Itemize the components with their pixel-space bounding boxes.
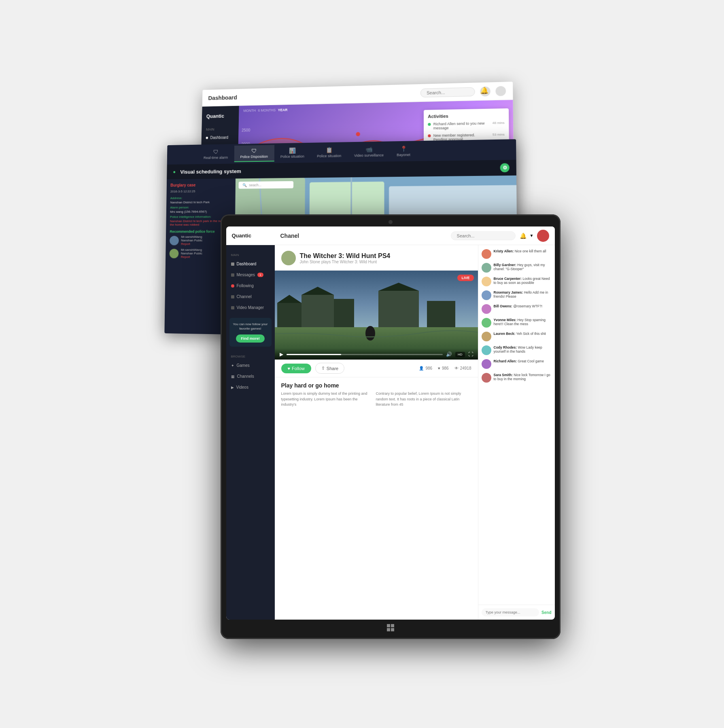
chat-content-10: Sara Smith: Nice lock Tomorrow I go to b… — [494, 373, 552, 381]
svg-rect-16 — [277, 303, 301, 327]
notification-icon[interactable]: 🔔 — [480, 86, 490, 96]
follow-button[interactable]: ♥ Follow — [281, 364, 311, 373]
activity-dot — [428, 134, 431, 137]
sched-tab-disposition[interactable]: 🛡 Police Disposition — [234, 145, 274, 162]
play-icon[interactable]: ▶ — [280, 351, 283, 357]
user-avatar — [537, 230, 549, 242]
alarm-value: Mrs wang (156-7894-6567) — [170, 210, 231, 214]
chat-content-3: Bruce Carpenter: Looks great Need to buy… — [494, 277, 552, 285]
sched-tab-bayonet[interactable]: 📍 Bayonet — [390, 143, 417, 159]
case-date: 2016-3-5 12:22:25 — [170, 189, 231, 193]
sidebar-item-videomanager[interactable]: Video Manager — [226, 302, 275, 313]
share-button[interactable]: ⇧ Share — [315, 363, 344, 374]
browse-label: Browse — [226, 351, 275, 360]
activities-title: Activities — [428, 112, 504, 119]
sched-tab-alarm[interactable]: 🛡 Real-time alarm — [197, 146, 234, 162]
chart-tab-month[interactable]: MONTH — [243, 108, 256, 112]
promo-button[interactable]: Find more! — [236, 334, 265, 343]
stats-bar: 👤 986 ♥ 986 👁 24918 — [419, 366, 471, 370]
sched-tab-situation1[interactable]: 📊 Police situation — [274, 145, 310, 161]
progress-bar[interactable] — [287, 354, 443, 355]
sidebar-item-games[interactable]: ✦ Games — [226, 360, 275, 371]
channel-icon — [231, 295, 234, 298]
tablet-camera — [389, 220, 393, 224]
chart-tab-6months[interactable]: 6 MONTHS — [258, 108, 276, 112]
svg-rect-27 — [387, 628, 390, 631]
dashboard-search[interactable] — [420, 87, 475, 97]
desc-text-left: Lorem Ipsum is simply dummy text of the … — [281, 391, 368, 408]
scheduling-title: Visual scheduling system — [180, 168, 241, 175]
windows-button[interactable] — [385, 622, 396, 633]
svg-rect-19 — [378, 291, 419, 327]
chat-msg-9: Richard Allen: Great Cool game — [482, 359, 552, 369]
sidebar-item-messages[interactable]: Messages 1 — [226, 269, 275, 280]
chart-tab-year[interactable]: YEAR — [278, 108, 287, 112]
main-and-chat: The Witcher 3: Wild Hunt PS4 John Stone … — [275, 245, 555, 620]
chat-msg-4: Rosemary James: Hello Add me in friends!… — [482, 290, 552, 300]
sched-tab-situation2[interactable]: 📋 Police situation — [310, 144, 348, 161]
chat-avatar-9 — [482, 359, 491, 369]
chat-avatar-5 — [482, 304, 491, 314]
sidebar-item-channels[interactable]: ▦ Channels — [226, 371, 275, 382]
scene-container: Dashboard 🔔 Quantic Main Dashboard Messa… — [160, 61, 565, 667]
activity-text: Richard Allen send to you new message — [433, 121, 490, 130]
sched-tab-video[interactable]: 📹 Video surveillance — [348, 143, 390, 160]
likes-stat: ♥ 986 — [438, 366, 449, 370]
following-icon — [231, 284, 234, 288]
chat-messages: Kristy Allen: Nice one kill them all Bil… — [478, 245, 555, 605]
chat-msg-8: Cody Rhodes: Wow Lady keep yourself in t… — [482, 345, 552, 355]
tablet-frame: Quantic Chanel 🔔 ▼ Main — [221, 214, 561, 639]
sidebar-item-dashboard[interactable]: Dashboard — [226, 258, 275, 269]
svg-point-1 — [356, 132, 360, 136]
promo-panel: You can now follow your favorite games! … — [229, 318, 272, 347]
chevron-down-icon[interactable]: ▼ — [530, 233, 534, 238]
map-search[interactable]: 🔍 seach... — [238, 181, 293, 189]
bell-icon[interactable]: 🔔 — [520, 233, 527, 239]
chat-content-7: Lauren Beck: Yeh Sick of this shit — [494, 332, 546, 336]
tablet-screen: Quantic Chanel 🔔 ▼ Main — [226, 226, 555, 620]
settings-icon[interactable]: ⚙ — [500, 163, 509, 172]
share-icon: ⇧ — [321, 366, 325, 371]
chat-panel: Kristy Allen: Nice one kill them all Bil… — [478, 245, 555, 620]
sidebar-item-following[interactable]: Following — [226, 280, 275, 291]
scheduling-title-label: ● — [173, 169, 176, 175]
svg-rect-26 — [391, 624, 394, 627]
sidebar-brand: Quantic — [202, 110, 239, 125]
chat-msg-10: Sara Smith: Nice lock Tomorrow I go to b… — [482, 373, 552, 383]
bayonet-icon: 📍 — [400, 146, 407, 152]
chat-input[interactable] — [482, 608, 539, 616]
promo-text: You can now follow your favorite games! — [233, 322, 268, 331]
app-channel-title: Chanel — [280, 233, 447, 239]
person-info-2: Mr.sanshiWang Nanshan Public Report — [180, 248, 202, 258]
dot-icon — [206, 137, 208, 139]
sidebar-item-dashboard[interactable]: Dashboard — [201, 133, 238, 143]
chat-content-1: Kristy Allen: Nice one kill them all — [494, 249, 546, 253]
alarm-label: Alarm person: — [170, 205, 231, 210]
progress-fill — [287, 354, 341, 355]
chat-avatar-6 — [482, 318, 491, 328]
user-avatar — [495, 86, 506, 96]
app-sidebar: Main Dashboard Messages 1 Followin — [226, 245, 275, 620]
chat-msg-6: Yvonne Miles: Hey Stop spaming here!!! C… — [482, 318, 552, 328]
volume-icon[interactable]: 🔊 — [446, 351, 452, 357]
chat-content-2: Billy Gardner: Hey guys, visit my chanel… — [494, 263, 552, 271]
chat-send-button[interactable]: Send — [541, 610, 551, 615]
app-main: The Witcher 3: Wild Hunt PS4 John Stone … — [275, 245, 478, 620]
chat-avatar-1 — [482, 249, 491, 259]
activity-item-1: Richard Allen send to you new message 48… — [428, 121, 504, 130]
heart-icon: ♥ — [288, 366, 291, 371]
person-info-1: Mr.sanshiWang Nanshan Public Report — [181, 235, 202, 245]
app-search[interactable] — [451, 231, 516, 240]
alarm-icon: 🛡 — [213, 148, 218, 155]
streamer-avatar — [281, 251, 296, 265]
chat-content-6: Yvonne Miles: Hey Stop spaming here!!! C… — [494, 318, 552, 326]
fullscreen-icon[interactable]: ⛶ — [468, 351, 473, 357]
sidebar-item-channel[interactable]: Channel — [226, 291, 275, 302]
live-badge: LIVE — [457, 275, 473, 281]
stream-titles: The Witcher 3: Wild Hunt PS4 John Stone … — [300, 252, 391, 264]
chat-avatar-8 — [482, 345, 491, 355]
channels-icon: ▦ — [231, 375, 235, 379]
sidebar-item-videos[interactable]: ▶ Videos — [226, 382, 275, 393]
chat-content-5: Bill Owens: @rosemary WTF?! — [494, 304, 543, 308]
sidebar-section-main: Main — [202, 124, 239, 133]
